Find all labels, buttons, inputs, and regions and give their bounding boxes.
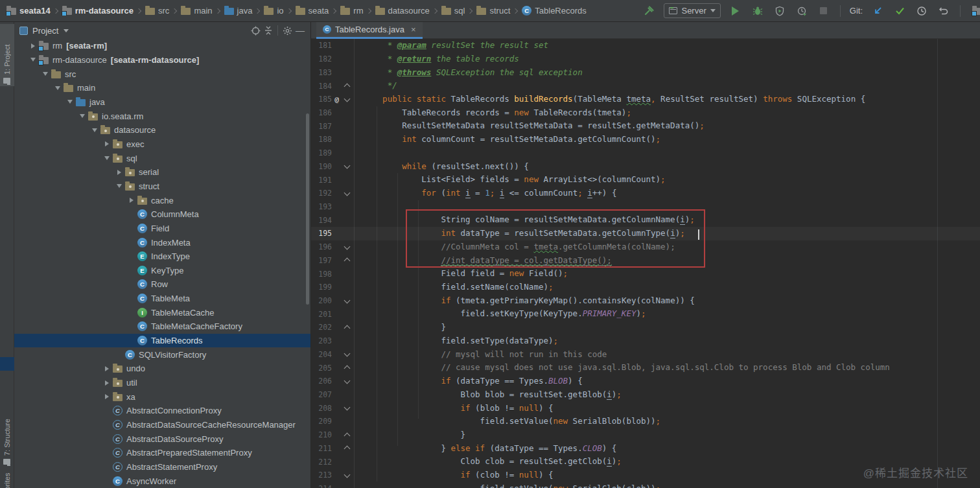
fold-up-icon[interactable] <box>342 325 352 331</box>
tree-collapse-arrow[interactable] <box>102 153 112 163</box>
code-line-189[interactable]: 189 <box>311 146 980 160</box>
tree-collapse-arrow[interactable] <box>77 111 88 121</box>
project-structure-icon[interactable] <box>970 4 980 18</box>
code-line-214[interactable]: 214 field.setValue(new SerialClob(clob))… <box>311 482 980 488</box>
run-configuration-select[interactable]: Server <box>664 3 720 18</box>
tree-expand-arrow[interactable] <box>102 378 112 388</box>
line-number[interactable]: 196 <box>311 242 332 251</box>
tree-item-KeyType[interactable]: EKeyType <box>14 264 310 278</box>
settings-gear-icon[interactable] <box>281 24 294 37</box>
code-line-182[interactable]: 182 * @return the table records <box>311 52 980 66</box>
tree-item-ColumnMeta[interactable]: CColumnMeta <box>14 207 310 222</box>
code-line-190[interactable]: 190 while (resultSet.next()) { <box>311 159 980 173</box>
tree-item-AbstractPreparedStatementProxy[interactable]: CAbstractPreparedStatementProxy <box>14 446 310 460</box>
code-line-201[interactable]: 201 field.setKeyType(KeyType.PRIMARY_KEY… <box>311 307 980 321</box>
line-number[interactable]: 185 <box>311 95 332 104</box>
breadcrumb-item-seata14[interactable]: seata14 <box>6 6 51 16</box>
fold-down-icon[interactable] <box>342 378 352 384</box>
line-number[interactable]: 192 <box>311 189 332 198</box>
line-number[interactable]: 198 <box>311 270 332 279</box>
breadcrumb-item-java[interactable]: java <box>224 6 253 16</box>
code-line-196[interactable]: 196 //ColumnMeta col = tmeta.getColumnMe… <box>311 240 980 254</box>
line-number[interactable]: 183 <box>311 68 332 77</box>
line-number[interactable]: 204 <box>311 350 332 359</box>
fold-down-icon[interactable] <box>342 298 352 304</box>
tree-item-IndexMeta[interactable]: CIndexMeta <box>14 235 310 250</box>
breadcrumb-item-main[interactable]: main <box>181 6 212 16</box>
code-line-207[interactable]: 207 Blob blob = resultSet.getBlob(i); <box>311 388 980 402</box>
line-number[interactable]: 211 <box>311 444 332 453</box>
tree-expand-arrow[interactable] <box>126 195 137 205</box>
tree-item-java[interactable]: java <box>14 95 310 110</box>
line-number[interactable]: 212 <box>311 458 332 467</box>
code-line-199[interactable]: 199 field.setName(colName); <box>311 281 980 294</box>
chevron-down-icon[interactable] <box>64 29 69 32</box>
hide-panel-button[interactable]: — <box>294 24 307 37</box>
line-number[interactable]: 181 <box>311 41 332 50</box>
tree-scrollbar[interactable] <box>306 113 309 305</box>
code-line-209[interactable]: 209 field.setValue(new SerialBlob(blob))… <box>311 415 980 428</box>
git-update-button[interactable] <box>870 4 885 18</box>
tree-item-sql[interactable]: sql <box>14 151 310 165</box>
fold-down-icon[interactable] <box>342 97 352 102</box>
tree-item-AsyncWorker[interactable]: CAsyncWorker <box>14 474 310 488</box>
breadcrumb-item-src[interactable]: src <box>145 6 169 16</box>
fold-up-icon[interactable] <box>342 257 352 263</box>
line-number[interactable]: 186 <box>311 108 332 117</box>
code-line-192[interactable]: 192 for (int i = 1; i <= columnCount; i+… <box>311 187 980 200</box>
breadcrumb-item-io[interactable]: io <box>264 6 283 16</box>
tree-collapse-arrow[interactable] <box>40 69 51 79</box>
fold-down-icon[interactable] <box>342 472 352 478</box>
code-line-204[interactable]: 204 // mysql will not run in this code <box>311 348 980 362</box>
fold-down-icon[interactable] <box>342 244 352 250</box>
line-number[interactable]: 213 <box>311 471 332 480</box>
stop-button[interactable] <box>817 4 831 18</box>
tree-item-Field[interactable]: CField <box>14 222 310 236</box>
line-number[interactable]: 207 <box>311 390 332 399</box>
profiler-button[interactable] <box>795 4 809 18</box>
tree-item-TableRecords[interactable]: CTableRecords <box>14 334 310 348</box>
run-button[interactable] <box>729 4 743 18</box>
tree-item-main[interactable]: main <box>14 81 310 95</box>
fold-down-icon[interactable] <box>342 351 352 357</box>
tree-collapse-arrow[interactable] <box>28 54 38 65</box>
tree-collapse-arrow[interactable] <box>89 125 100 135</box>
rollback-button[interactable] <box>937 4 951 18</box>
line-number[interactable]: 193 <box>311 202 332 211</box>
tree-expand-arrow[interactable] <box>102 364 112 374</box>
tree-item-io.seata.rm[interactable]: io.seata.rm <box>14 109 310 123</box>
tree-item-struct[interactable]: struct <box>14 180 310 194</box>
line-number[interactable]: 205 <box>311 364 332 373</box>
breadcrumb-item-struct[interactable]: struct <box>476 6 510 16</box>
breadcrumb-item-sql[interactable]: sql <box>441 6 465 16</box>
fold-down-icon[interactable] <box>342 163 352 169</box>
fold-up-icon[interactable] <box>342 445 352 451</box>
line-number[interactable]: 203 <box>311 336 332 345</box>
tree-item-util[interactable]: util <box>14 376 310 390</box>
fold-up-icon[interactable] <box>342 83 352 89</box>
tree-collapse-arrow[interactable] <box>52 83 63 93</box>
tree-collapse-arrow[interactable] <box>114 181 124 191</box>
fold-up-icon[interactable] <box>342 365 352 371</box>
close-icon[interactable]: × <box>411 25 416 34</box>
code-line-181[interactable]: 181 * @param resultSet the result set <box>311 39 980 52</box>
tree-item-exec[interactable]: exec <box>14 137 310 152</box>
breadcrumb-item-rm[interactable]: rm <box>340 6 363 16</box>
line-number[interactable]: 201 <box>311 310 332 319</box>
tree-item-datasource[interactable]: datasource <box>14 123 310 137</box>
code-line-185[interactable]: 185@ public static TableRecords buildRec… <box>311 93 980 106</box>
breadcrumb-item-TableRecords[interactable]: CTableRecords <box>522 6 587 16</box>
tree-item-TableMeta[interactable]: CTableMeta <box>14 292 310 306</box>
line-number[interactable]: 195 <box>311 229 332 238</box>
code-line-211[interactable]: 211 } else if (dataType == Types.CLOB) { <box>311 442 980 456</box>
fold-up-icon[interactable] <box>342 432 352 438</box>
tree-item-AbstractDataSourceCacheResourceManager[interactable]: CAbstractDataSourceCacheResourceManager <box>14 418 310 432</box>
tool-window-project-button[interactable]: 1: Project <box>0 24 14 86</box>
history-button[interactable] <box>915 4 929 18</box>
line-number[interactable]: 200 <box>311 296 332 305</box>
line-number[interactable]: 209 <box>311 417 332 426</box>
code-line-203[interactable]: 203 field.setType(dataType); <box>311 334 980 348</box>
code-line-186[interactable]: 186 TableRecords records = new TableReco… <box>311 106 980 120</box>
tree-item-AbstractStatementProxy[interactable]: CAbstractStatementProxy <box>14 460 310 474</box>
code-line-195[interactable]: 195 int dataType = resultSetMetaData.get… <box>311 227 980 240</box>
